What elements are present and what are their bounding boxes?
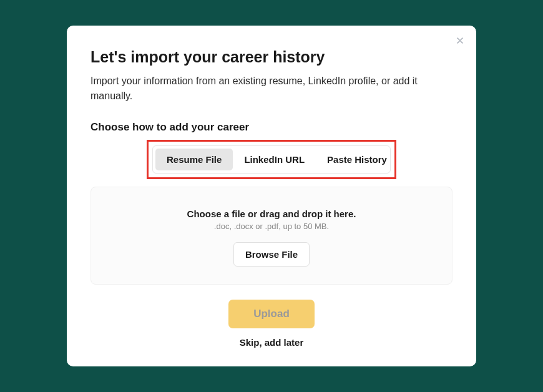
tab-paste-history[interactable]: Paste History: [316, 149, 398, 170]
section-label: Choose how to add your career: [90, 121, 452, 134]
close-button[interactable]: [455, 36, 465, 46]
dropzone-title: Choose a file or drag and drop it here.: [104, 208, 439, 219]
tab-linkedin-url[interactable]: LinkedIn URL: [233, 149, 316, 170]
modal-actions: Upload Skip, add later: [90, 300, 452, 348]
tabs-highlight-box: Resume File LinkedIn URL Paste History: [147, 140, 396, 179]
modal-title: Let's import your career history: [90, 48, 452, 66]
close-icon: [455, 36, 465, 46]
skip-link[interactable]: Skip, add later: [90, 337, 452, 348]
modal-subtitle: Import your information from an existing…: [90, 74, 452, 104]
tab-resume-file[interactable]: Resume File: [155, 149, 233, 170]
browse-file-button[interactable]: Browse File: [233, 242, 310, 267]
dropzone-hint: .doc, .docx or .pdf, up to 50 MB.: [104, 222, 439, 231]
method-tabs: Resume File LinkedIn URL Paste History: [152, 145, 391, 174]
file-dropzone[interactable]: Choose a file or drag and drop it here. …: [90, 187, 452, 285]
import-career-modal: Let's import your career history Import …: [67, 26, 476, 366]
upload-button[interactable]: Upload: [228, 300, 315, 328]
